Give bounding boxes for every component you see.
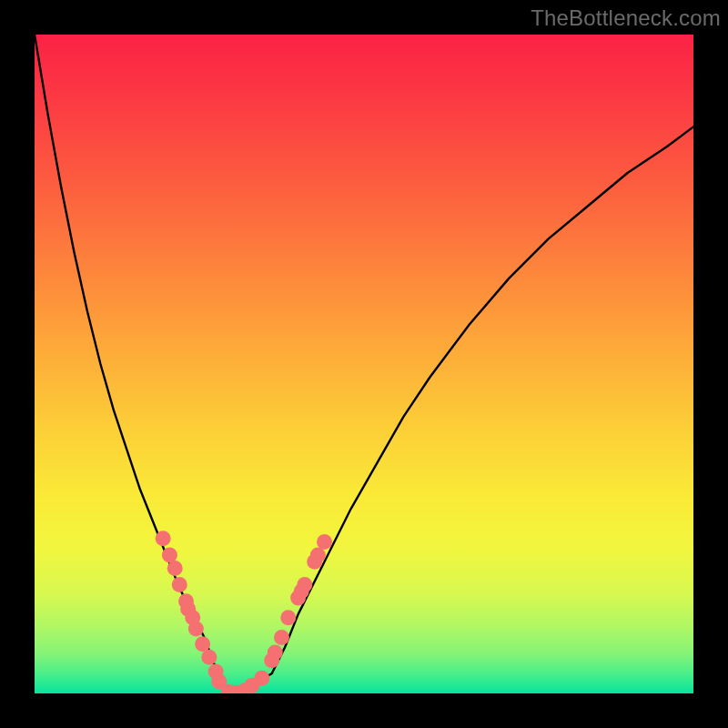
data-marker xyxy=(280,610,296,625)
data-marker xyxy=(195,636,210,652)
bottleneck-curve xyxy=(35,35,693,693)
plot-area xyxy=(35,35,693,693)
chart-frame: TheBottleneck.com xyxy=(0,0,728,728)
data-marker xyxy=(188,622,204,637)
data-marker xyxy=(167,561,183,576)
chart-svg xyxy=(35,35,693,693)
data-marker xyxy=(310,547,326,562)
data-marker xyxy=(317,534,332,550)
data-marker xyxy=(201,650,217,665)
data-marker xyxy=(156,531,171,546)
data-marker xyxy=(274,630,289,645)
data-marker xyxy=(162,547,177,562)
marker-group xyxy=(156,531,332,693)
watermark-text: TheBottleneck.com xyxy=(531,5,721,31)
data-marker xyxy=(254,671,269,686)
data-marker xyxy=(268,645,283,661)
data-marker xyxy=(172,577,187,592)
data-marker xyxy=(297,577,312,592)
